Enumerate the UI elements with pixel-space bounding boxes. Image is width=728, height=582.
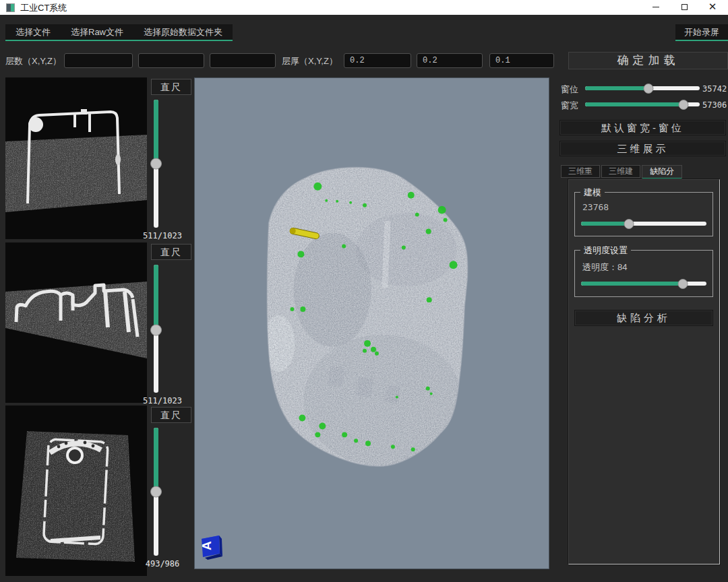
- minimize-button[interactable]: [644, 0, 667, 15]
- confirm-load-button[interactable]: 确定加载: [568, 52, 728, 69]
- modeling-value: 23768: [582, 202, 609, 212]
- modeling-slider[interactable]: [581, 218, 706, 229]
- select-raw-file-button[interactable]: 选择Raw文件: [61, 24, 133, 40]
- tab-3d-reconstruction[interactable]: 三维重建: [561, 165, 600, 178]
- slice-view-middle: 直尺 511/1023: [5, 243, 195, 406]
- thickness-y-input[interactable]: [417, 53, 483, 68]
- opacity-slider[interactable]: [581, 278, 706, 289]
- opacity-value-label: 透明度：84: [582, 261, 627, 273]
- svg-text:A: A: [200, 541, 214, 550]
- slice-slider[interactable]: [150, 265, 162, 393]
- 3d-viewport[interactable]: A: [194, 77, 549, 569]
- slice-slider[interactable]: [150, 100, 162, 228]
- window-width-slider[interactable]: [585, 99, 700, 110]
- opacity-group: 透明度设置 透明度：84: [574, 250, 713, 297]
- maximize-button[interactable]: [673, 0, 696, 15]
- start-recording-button[interactable]: 开始录屏: [675, 24, 728, 41]
- default-window-button[interactable]: 默认窗宽-窗位: [559, 120, 726, 135]
- file-toolbar: 选择文件 选择Raw文件 选择原始数据文件夹: [5, 24, 233, 41]
- layers-x-input[interactable]: [64, 53, 133, 68]
- defect-analysis-button[interactable]: 缺陷分析: [574, 310, 713, 326]
- select-file-button[interactable]: 选择文件: [5, 24, 61, 40]
- app-icon: [6, 3, 15, 12]
- tab-3d-modeling[interactable]: 三维建模: [601, 165, 640, 178]
- slice-slider[interactable]: [150, 428, 162, 556]
- slice-index-value: 493/986: [139, 559, 186, 569]
- select-raw-data-folder-button[interactable]: 选择原始数据文件夹: [133, 24, 233, 40]
- layers-z-input[interactable]: [210, 53, 276, 68]
- slice-index-value: 511/1023: [139, 396, 186, 406]
- thickness-z-input[interactable]: [489, 53, 554, 68]
- thickness-label: 层厚（X,Y,Z）: [282, 55, 338, 67]
- title-bar: 工业CT系统 ✕: [0, 0, 728, 15]
- window-level-value: 35742: [702, 84, 727, 94]
- slice-view-bottom: 直尺 493/986: [5, 406, 195, 577]
- slice-index-value: 511/1023: [139, 231, 186, 240]
- window-width-label: 窗宽: [561, 100, 578, 112]
- ct-slice-image-xy[interactable]: [5, 77, 147, 239]
- defect-analysis-panel: 建模 23768 透明度设置 透明度：84 缺陷分析: [568, 179, 720, 564]
- display-3d-button[interactable]: 三维展示: [559, 141, 726, 156]
- ct-slice-image-xz[interactable]: [5, 243, 147, 403]
- layers-y-input[interactable]: [138, 53, 204, 68]
- window-level-label: 窗位: [561, 84, 578, 96]
- window-title: 工业CT系统: [20, 2, 67, 14]
- 3d-rendered-object: [195, 78, 549, 569]
- window-level-slider[interactable]: [585, 83, 700, 94]
- opacity-group-legend: 透明度设置: [580, 245, 631, 257]
- tab-defect-analysis[interactable]: 缺陷分析: [642, 165, 682, 179]
- ct-slice-image-yz[interactable]: [5, 406, 147, 576]
- thickness-x-input[interactable]: [344, 53, 411, 68]
- ruler-button[interactable]: 直尺: [151, 244, 191, 260]
- layers-label: 层数（X,Y,Z）: [5, 55, 61, 67]
- orientation-cube-logo[interactable]: A: [200, 531, 226, 560]
- close-button[interactable]: ✕: [701, 0, 724, 15]
- modeling-group-legend: 建模: [580, 187, 605, 199]
- ruler-button[interactable]: 直尺: [151, 407, 191, 423]
- modeling-group: 建模 23768: [574, 192, 713, 236]
- slice-view-top: 直尺 511/1023: [5, 77, 195, 243]
- window-width-value: 57306: [702, 100, 727, 110]
- ruler-button[interactable]: 直尺: [151, 79, 191, 95]
